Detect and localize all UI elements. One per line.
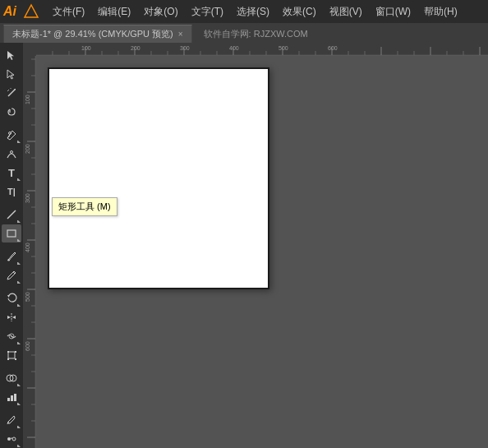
svg-text:200: 200 bbox=[131, 45, 140, 51]
left-toolbar: T T| bbox=[0, 43, 23, 448]
paintbrush-tool[interactable] bbox=[2, 247, 21, 266]
free-transform-icon bbox=[6, 349, 17, 361]
svg-marker-13 bbox=[7, 295, 10, 298]
svg-rect-27 bbox=[14, 394, 16, 401]
shape-builder-tool[interactable] bbox=[2, 369, 21, 387]
blend-icon bbox=[6, 433, 17, 445]
svg-line-3 bbox=[7, 90, 9, 91]
shape-builder-icon bbox=[6, 372, 17, 384]
svg-point-7 bbox=[9, 132, 12, 135]
lasso-tool[interactable] bbox=[2, 103, 21, 121]
svg-text:100: 100 bbox=[25, 95, 30, 104]
direct-select-icon bbox=[6, 68, 17, 80]
menu-effect[interactable]: 效果(C) bbox=[276, 0, 323, 23]
paintbrush-icon bbox=[6, 251, 17, 262]
menu-view[interactable]: 视图(V) bbox=[323, 0, 369, 23]
line-tool[interactable] bbox=[2, 206, 21, 224]
ad-label: 软件自学网: RJZXW.COM bbox=[204, 28, 308, 40]
menu-select[interactable]: 选择(S) bbox=[230, 0, 276, 23]
top-ruler: 100 200 300 400 500 600 bbox=[36, 43, 488, 56]
rectangle-tool[interactable] bbox=[2, 224, 21, 242]
svg-rect-10 bbox=[7, 230, 16, 237]
title-bar: Ai 文件(F) 编辑(E) 对象(O) 文字(T) 选择(S) 效果(C) 视… bbox=[0, 0, 488, 23]
chart-tool[interactable] bbox=[2, 388, 21, 406]
svg-point-8 bbox=[11, 151, 13, 154]
left-ruler: 100 200 300 400 500 600 bbox=[23, 43, 36, 448]
svg-text:400: 400 bbox=[229, 45, 239, 51]
svg-text:100: 100 bbox=[81, 45, 91, 51]
menu-object[interactable]: 对象(O) bbox=[137, 0, 184, 23]
rotate-tool[interactable] bbox=[2, 289, 21, 307]
svg-line-9 bbox=[7, 210, 16, 219]
free-transform-tool[interactable] bbox=[2, 346, 21, 364]
select-icon bbox=[6, 49, 17, 61]
svg-text:600: 600 bbox=[328, 45, 338, 51]
top-ruler-ticks: 100 200 300 400 500 600 bbox=[36, 43, 488, 56]
direct-select-tool[interactable] bbox=[2, 65, 21, 83]
line-icon bbox=[6, 209, 17, 220]
menu-file[interactable]: 文件(F) bbox=[46, 0, 91, 23]
ruler-corner bbox=[23, 43, 36, 56]
svg-text:300: 300 bbox=[25, 193, 30, 203]
menu-window[interactable]: 窗口(W) bbox=[369, 0, 417, 23]
pen-tool[interactable] bbox=[2, 126, 21, 144]
svg-line-1 bbox=[8, 90, 15, 96]
warp-icon bbox=[6, 330, 17, 342]
svg-text:400: 400 bbox=[25, 242, 30, 252]
lasso-icon bbox=[6, 106, 17, 118]
menu-bar: 文件(F) 编辑(E) 对象(O) 文字(T) 选择(S) 效果(C) 视图(V… bbox=[46, 0, 485, 23]
svg-text:200: 200 bbox=[25, 144, 30, 154]
svg-rect-19 bbox=[7, 351, 9, 353]
svg-text:500: 500 bbox=[25, 292, 30, 302]
main-layout: T T| bbox=[0, 43, 488, 448]
svg-point-29 bbox=[7, 437, 11, 441]
svg-rect-18 bbox=[8, 352, 15, 358]
tab-label: 未标题-1* @ 29.41% (CMYK/GPU 预览) bbox=[12, 28, 173, 40]
svg-rect-20 bbox=[15, 351, 16, 353]
curvature-icon bbox=[6, 148, 17, 159]
chart-icon bbox=[6, 391, 17, 403]
curvature-tool[interactable] bbox=[2, 145, 21, 163]
svg-marker-15 bbox=[7, 316, 11, 319]
eyedropper-icon bbox=[6, 414, 17, 426]
artboard-canvas[interactable] bbox=[48, 67, 269, 289]
app-logo: Ai bbox=[3, 5, 16, 18]
svg-rect-21 bbox=[7, 358, 9, 360]
svg-marker-0 bbox=[25, 5, 38, 17]
svg-text:300: 300 bbox=[180, 45, 190, 51]
rectangle-icon bbox=[6, 228, 17, 239]
svg-rect-25 bbox=[7, 398, 10, 401]
illustrator-icon bbox=[23, 3, 39, 20]
tab-close-button[interactable]: × bbox=[178, 30, 183, 39]
warp-tool[interactable] bbox=[2, 327, 21, 345]
active-tab[interactable]: 未标题-1* @ 29.41% (CMYK/GPU 预览) × bbox=[3, 25, 192, 43]
svg-text:600: 600 bbox=[25, 341, 30, 351]
canvas-area: 100 200 300 400 500 600 bbox=[23, 43, 488, 448]
pen-icon bbox=[6, 129, 17, 141]
ad-tab: 软件自学网: RJZXW.COM bbox=[196, 25, 316, 43]
touch-type-tool[interactable]: T| bbox=[2, 182, 21, 201]
magic-wand-icon bbox=[6, 87, 17, 99]
reflect-tool[interactable] bbox=[2, 308, 21, 326]
pencil-tool[interactable] bbox=[2, 266, 21, 284]
svg-marker-16 bbox=[12, 316, 16, 319]
svg-point-11 bbox=[7, 260, 10, 261]
menu-help[interactable]: 帮助(H) bbox=[417, 0, 464, 23]
type-tool[interactable]: T bbox=[2, 164, 21, 182]
left-ruler-ticks: 100 200 300 400 500 600 bbox=[23, 43, 36, 448]
svg-point-30 bbox=[12, 437, 16, 441]
menu-type[interactable]: 文字(T) bbox=[185, 0, 230, 23]
pencil-icon bbox=[6, 270, 17, 281]
blend-tool[interactable] bbox=[2, 430, 21, 448]
svg-rect-22 bbox=[15, 358, 16, 360]
select-tool[interactable] bbox=[2, 46, 21, 64]
tab-bar: 未标题-1* @ 29.41% (CMYK/GPU 预览) × 软件自学网: R… bbox=[0, 23, 488, 43]
rotate-icon bbox=[6, 293, 17, 304]
menu-edit[interactable]: 编辑(E) bbox=[91, 0, 137, 23]
magic-wand-tool[interactable] bbox=[2, 84, 21, 102]
svg-text:500: 500 bbox=[279, 45, 288, 51]
reflect-icon bbox=[6, 312, 17, 323]
touch-type-icon: T| bbox=[7, 187, 16, 196]
svg-rect-26 bbox=[11, 395, 13, 401]
eyedropper-tool[interactable] bbox=[2, 411, 21, 429]
